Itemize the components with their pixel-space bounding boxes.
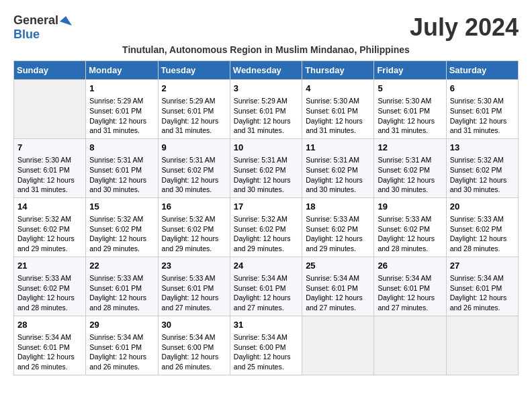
day-info: Sunset: 6:02 PM bbox=[378, 165, 442, 175]
calendar-cell: 24Sunrise: 5:34 AMSunset: 6:01 PMDayligh… bbox=[230, 257, 302, 316]
calendar-cell: 14Sunrise: 5:32 AMSunset: 6:02 PMDayligh… bbox=[14, 197, 86, 257]
day-info: Sunrise: 5:34 AM bbox=[234, 273, 298, 283]
day-info: Sunset: 6:02 PM bbox=[234, 165, 298, 175]
day-info: Sunrise: 5:29 AM bbox=[234, 96, 298, 106]
day-info: Sunrise: 5:32 AM bbox=[89, 214, 154, 224]
calendar-cell: 27Sunrise: 5:34 AMSunset: 6:01 PMDayligh… bbox=[446, 257, 518, 316]
day-info: Daylight: 12 hours bbox=[306, 234, 370, 244]
day-info: and 26 minutes. bbox=[89, 362, 154, 372]
day-info: Daylight: 12 hours bbox=[378, 293, 442, 303]
calendar-cell: 9Sunrise: 5:31 AMSunset: 6:02 PMDaylight… bbox=[158, 138, 230, 197]
day-info: and 27 minutes. bbox=[234, 303, 298, 313]
day-number: 25 bbox=[306, 260, 370, 272]
day-number: 31 bbox=[234, 319, 298, 331]
day-info: Sunrise: 5:31 AM bbox=[306, 155, 370, 165]
day-number: 28 bbox=[17, 319, 82, 331]
calendar-cell: 22Sunrise: 5:33 AMSunset: 6:01 PMDayligh… bbox=[86, 257, 158, 316]
logo-bird-icon bbox=[60, 15, 72, 27]
day-info: Sunset: 6:01 PM bbox=[450, 283, 515, 293]
weekday-header-monday: Monday bbox=[86, 61, 158, 80]
calendar-table: SundayMondayTuesdayWednesdayThursdayFrid… bbox=[13, 60, 519, 375]
day-info: Sunrise: 5:34 AM bbox=[234, 332, 298, 342]
day-number: 16 bbox=[162, 201, 226, 213]
day-info: Sunset: 6:01 PM bbox=[450, 106, 515, 116]
day-number: 29 bbox=[89, 319, 154, 331]
calendar-cell: 13Sunrise: 5:32 AMSunset: 6:02 PMDayligh… bbox=[446, 138, 518, 197]
day-info: Daylight: 12 hours bbox=[378, 234, 442, 244]
day-number: 15 bbox=[89, 201, 154, 213]
day-info: Daylight: 12 hours bbox=[306, 116, 370, 126]
day-info: Daylight: 12 hours bbox=[89, 293, 154, 303]
calendar-cell: 3Sunrise: 5:29 AMSunset: 6:01 PMDaylight… bbox=[230, 80, 302, 139]
day-info: Sunset: 6:02 PM bbox=[17, 224, 82, 234]
calendar-cell bbox=[446, 316, 518, 375]
day-number: 24 bbox=[234, 260, 298, 272]
day-number: 17 bbox=[234, 201, 298, 213]
day-info: and 29 minutes. bbox=[162, 244, 226, 254]
day-number: 23 bbox=[162, 260, 226, 272]
day-info: and 28 minutes. bbox=[17, 303, 82, 313]
day-info: Sunset: 6:01 PM bbox=[17, 342, 82, 353]
day-info: and 27 minutes. bbox=[378, 303, 442, 313]
day-info: and 31 minutes. bbox=[378, 126, 442, 136]
day-info: Sunset: 6:02 PM bbox=[450, 165, 515, 175]
day-info: Sunset: 6:01 PM bbox=[162, 283, 226, 293]
day-info: Sunrise: 5:33 AM bbox=[450, 214, 515, 224]
day-info: Daylight: 12 hours bbox=[17, 352, 82, 362]
day-info: Sunset: 6:01 PM bbox=[234, 283, 298, 293]
calendar-cell: 26Sunrise: 5:34 AMSunset: 6:01 PMDayligh… bbox=[374, 257, 446, 316]
day-info: and 31 minutes. bbox=[162, 126, 226, 136]
day-info: Sunrise: 5:34 AM bbox=[378, 273, 442, 283]
day-info: and 30 minutes. bbox=[306, 185, 370, 195]
day-info: Sunrise: 5:33 AM bbox=[378, 214, 442, 224]
day-info: Sunrise: 5:29 AM bbox=[89, 96, 154, 106]
day-info: Daylight: 12 hours bbox=[89, 175, 154, 185]
day-info: Sunrise: 5:30 AM bbox=[17, 155, 82, 165]
day-info: Sunset: 6:01 PM bbox=[89, 283, 154, 293]
day-info: Daylight: 12 hours bbox=[162, 293, 226, 303]
day-info: Sunset: 6:01 PM bbox=[234, 106, 298, 116]
day-info: Sunset: 6:02 PM bbox=[89, 224, 154, 234]
calendar-cell: 20Sunrise: 5:33 AMSunset: 6:02 PMDayligh… bbox=[446, 197, 518, 257]
day-info: Sunrise: 5:29 AM bbox=[162, 96, 226, 106]
weekday-header-sunday: Sunday bbox=[14, 61, 86, 80]
day-info: Sunrise: 5:32 AM bbox=[17, 214, 82, 224]
day-number: 1 bbox=[89, 83, 154, 95]
day-info: Daylight: 12 hours bbox=[234, 352, 298, 362]
day-info: Sunrise: 5:34 AM bbox=[89, 332, 154, 342]
weekday-header-wednesday: Wednesday bbox=[230, 61, 302, 80]
day-info: Sunset: 6:01 PM bbox=[89, 106, 154, 116]
svg-marker-0 bbox=[60, 16, 72, 26]
day-info: and 29 minutes. bbox=[234, 244, 298, 254]
day-info: Sunrise: 5:33 AM bbox=[17, 273, 82, 283]
day-number: 27 bbox=[450, 260, 515, 272]
day-number: 19 bbox=[378, 201, 442, 213]
day-info: Sunrise: 5:30 AM bbox=[450, 96, 515, 106]
day-info: and 30 minutes. bbox=[162, 185, 226, 195]
day-number: 14 bbox=[17, 201, 82, 213]
day-number: 30 bbox=[162, 319, 226, 331]
day-info: and 26 minutes. bbox=[450, 303, 515, 313]
day-info: and 28 minutes. bbox=[378, 244, 442, 254]
day-info: Daylight: 12 hours bbox=[450, 175, 515, 185]
weekday-header-saturday: Saturday bbox=[446, 61, 518, 80]
calendar-cell: 28Sunrise: 5:34 AMSunset: 6:01 PMDayligh… bbox=[14, 316, 86, 375]
calendar-cell: 31Sunrise: 5:34 AMSunset: 6:00 PMDayligh… bbox=[230, 316, 302, 375]
day-info: Sunrise: 5:31 AM bbox=[234, 155, 298, 165]
day-info: Sunrise: 5:33 AM bbox=[89, 273, 154, 283]
day-info: Daylight: 12 hours bbox=[89, 116, 154, 126]
day-info: and 29 minutes. bbox=[17, 244, 82, 254]
day-info: Sunset: 6:02 PM bbox=[378, 224, 442, 234]
day-info: Sunrise: 5:32 AM bbox=[162, 214, 226, 224]
day-info: and 31 minutes. bbox=[306, 126, 370, 136]
day-info: and 25 minutes. bbox=[234, 362, 298, 372]
day-info: Sunset: 6:02 PM bbox=[17, 283, 82, 293]
calendar-cell: 2Sunrise: 5:29 AMSunset: 6:01 PMDaylight… bbox=[158, 80, 230, 139]
calendar-cell: 11Sunrise: 5:31 AMSunset: 6:02 PMDayligh… bbox=[302, 138, 374, 197]
calendar-cell: 12Sunrise: 5:31 AMSunset: 6:02 PMDayligh… bbox=[374, 138, 446, 197]
day-info: Daylight: 12 hours bbox=[162, 175, 226, 185]
day-info: Sunrise: 5:31 AM bbox=[89, 155, 154, 165]
day-info: and 31 minutes. bbox=[450, 126, 515, 136]
logo-blue: Blue bbox=[13, 28, 40, 41]
calendar-cell: 1Sunrise: 5:29 AMSunset: 6:01 PMDaylight… bbox=[86, 80, 158, 139]
